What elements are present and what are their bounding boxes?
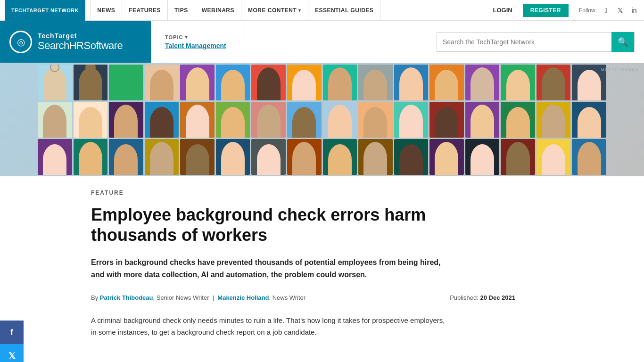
more-content-arrow: ▾ [298,8,301,13]
search-button[interactable]: 🔍 [611,32,634,52]
techtarget-network-brand[interactable]: TechTarget Network [5,0,85,21]
nav-news[interactable]: NEWS [90,0,122,21]
article-content-area: FEATURE Employee background check errors… [0,176,644,338]
techtarget-wordmark: TechTarget [38,32,123,40]
topic-label: TOPIC ▾ [165,34,231,40]
search-area: 🔍 [245,21,644,63]
nav-webinars[interactable]: WEBINARS [195,0,241,21]
hero-image: GETTY IMAGES [0,63,644,176]
logo-text-group: TechTarget SearchHRSoftware [38,32,123,52]
follow-section: Follow:  𝕏 in [579,5,639,16]
article-body: A criminal background check only needs m… [91,314,449,338]
top-navigation: TechTarget Network NEWS FEATURES TIPS WE… [0,0,644,21]
linkedin-follow-icon[interactable]: in [629,5,639,16]
author1-link[interactable]: Patrick Thibodeau [100,294,153,301]
top-nav-right: LOGIN REGISTER Follow:  𝕏 in [488,4,639,17]
site-header: ◎ TechTarget SearchHRSoftware TOPIC ▾ Ta… [0,21,644,63]
article-authors: By Patrick Thibodeau, Senior News Writer… [91,294,305,301]
article-title: Employee background check errors harm th… [91,205,515,245]
site-logo-area: ◎ TechTarget SearchHRSoftware [0,21,151,63]
top-nav-links: NEWS FEATURES TIPS WEBINARS MORE CONTENT… [90,0,488,21]
article-container: FEATURE Employee background check errors… [53,189,619,338]
topic-value[interactable]: Talent Management [165,42,231,49]
author2-role: , News Writer [269,294,305,301]
login-button[interactable]: LOGIN [488,7,517,14]
author2-link[interactable]: Makenzie Holland [217,294,269,301]
published-date: 20 Dec 2021 [480,294,515,301]
topic-dropdown-arrow[interactable]: ▾ [185,34,188,40]
article-meta: By Patrick Thibodeau, Senior News Writer… [91,294,515,301]
published-label: Published: [450,294,479,301]
getty-images-label: GETTY IMAGES [601,67,638,72]
article-summary: Errors in background checks have prevent… [91,256,449,280]
by-label: By [91,294,98,301]
social-sidebar: f 𝕏 [0,321,24,338]
article-category-label: FEATURE [91,189,581,196]
nav-tips[interactable]: TIPS [168,0,195,21]
author1-role: , Senior News Writer [153,294,209,301]
search-input[interactable] [437,33,611,51]
main-content: f 𝕏 FEATURE Employee background check er… [0,176,644,338]
facebook-icon: f [10,328,13,337]
twitter-follow-icon[interactable]: 𝕏 [615,5,625,16]
published-info: Published: 20 Dec 2021 [450,294,515,301]
facebook-share-button[interactable]: f [0,321,24,338]
author-separator: | [213,294,214,301]
topic-area: TOPIC ▾ Talent Management [151,21,245,63]
nav-features[interactable]: FEATURES [122,0,168,21]
site-name: SearchHRSoftware [38,40,123,52]
nav-essential-guides[interactable]: ESSENTIAL GUIDES [308,0,380,21]
register-button[interactable]: REGISTER [523,4,569,17]
facebook-follow-icon[interactable]:  [601,5,611,16]
search-icon: 🔍 [618,37,628,47]
search-box: 🔍 [437,32,635,52]
techtarget-eye-icon: ◎ [17,36,25,48]
techtarget-logo-circle: ◎ [9,31,32,53]
nav-more-content[interactable]: MORE CONTENT ▾ [241,0,308,21]
follow-label: Follow: [579,7,597,14]
